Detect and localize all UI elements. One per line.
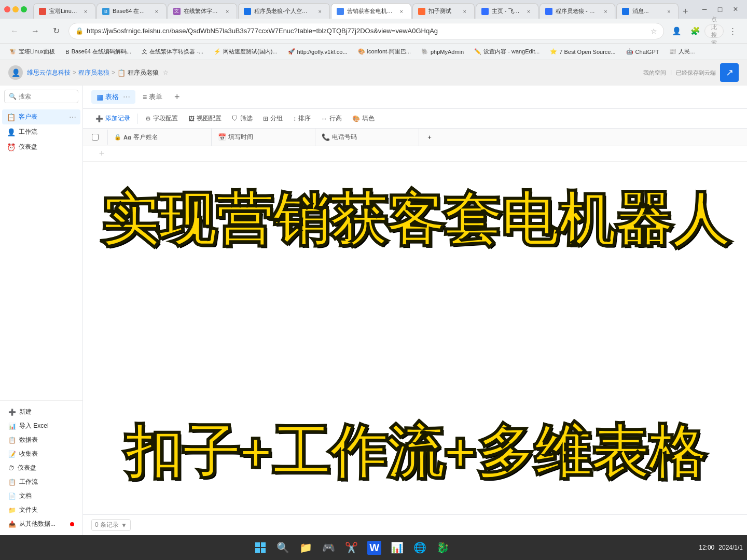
taskbar-search-button[interactable]: 🔍 [273,537,294,558]
sidebar-item-customers[interactable]: 📋 客户表 ⋯ [2,109,80,124]
taskbar-browser-button[interactable]: 🌐 [410,537,431,558]
new-tab-button[interactable]: + [680,4,691,19]
bookmark-6[interactable]: 🐘 phpMyAdmin [417,47,468,56]
tab-7-close[interactable]: × [524,7,533,16]
bookmark-3[interactable]: ⚡ 网站速度测试(国内)... [210,47,282,57]
tab-8-favicon [545,8,552,15]
refresh-button[interactable]: ↻ [48,23,64,39]
bookmark-10[interactable]: 📰 人民... [665,47,699,57]
breadcrumb-star[interactable]: ☆ [163,69,169,76]
add-record-button[interactable]: ➕ 添加记录 [91,112,134,125]
sidebar-new-item[interactable]: ➕ 新建 [4,405,78,419]
tab-7[interactable]: 主页 - 飞书云文档 × [476,3,538,19]
sidebar-import-other[interactable]: 📥 从其他数据... [4,517,78,531]
search-button[interactable]: 点此搜索 [706,23,722,39]
tab-4-title: 程序员老狼-个人空间·程序员老... [254,7,313,15]
tab-4-close[interactable]: × [316,7,324,16]
share-button[interactable]: ↗ [720,63,739,82]
tab-3-favicon: 文 [173,8,181,15]
tab-4[interactable]: 程序员老狼-个人空间·程序员老... × [238,3,330,19]
windows-start-button[interactable] [250,537,271,558]
taskbar-chart-button[interactable]: 📊 [387,537,408,558]
tab-5-close[interactable]: × [397,7,406,16]
forward-button[interactable]: → [27,23,44,39]
header-checkbox[interactable] [83,130,108,145]
row-height-button[interactable]: ↔ 行高 [317,112,346,125]
tab-2[interactable]: B Base64 在线编码解... × [96,3,167,19]
tab-5[interactable]: 营销获客套电机器人 - 搜索 × [331,3,411,19]
tab-6-close[interactable]: × [461,7,469,16]
bookmark-2[interactable]: 文 在线繁体字转换器 -... [137,47,208,57]
sidebar-folder[interactable]: 📁 文件夹 [4,503,78,517]
window-close[interactable]: × [728,2,743,17]
window-minimize[interactable]: − [697,2,712,17]
tab-8[interactable]: 程序员老狼 - 飞书云文档 × [540,3,616,19]
bookmark-1[interactable]: B Base64 在线编码解码... [61,47,135,57]
breadcrumb-item-1[interactable]: 程序员老狼 [78,68,109,77]
profile-button[interactable]: 👤 [668,23,685,39]
bookmark-0[interactable]: 🐮 宝塔Linux面板 [5,47,59,57]
sidebar-import-excel[interactable]: 📊 导入 Excel [4,419,78,433]
customers-more-icon[interactable]: ⋯ [69,113,76,121]
tab-grid-view[interactable]: ▦ 表格 ⋯ [91,90,135,104]
bookmark-1-label: Base64 在线编码解码... [72,48,132,55]
sidebar-item-dashboard[interactable]: ⏰ 仪表盘 [2,139,80,155]
field-config-button[interactable]: ⚙ 字段配置 [141,112,182,125]
more-button[interactable]: ⋮ [724,23,741,39]
tab-1[interactable]: 宝塔Linux面板 × [33,3,95,19]
select-all-checkbox[interactable] [92,134,99,141]
col-header-time: 📅 填写时间 [212,129,315,146]
view-tabs: ▦ 表格 ⋯ ≡ 表单 + [83,86,747,109]
grid-tab-dots[interactable]: ⋯ [123,93,130,101]
tab-9-close[interactable]: × [665,7,673,16]
bookmark-4[interactable]: 🚀 http://gofly.v1kf.co... [284,47,352,56]
taskbar-cut-button[interactable]: ✂️ [341,537,362,558]
tab-9[interactable]: 消息... × [616,3,679,19]
add-record-icon: ➕ [95,115,103,122]
tab-form-view[interactable]: ≡ 表单 [137,90,168,104]
content-area: ▦ 表格 ⋯ ≡ 表单 + ➕ 添加记录 ⚙ 字段配置 [83,86,747,535]
bookmark-5[interactable]: 🎨 iconfont-阿里巴... [354,47,415,57]
add-view-button[interactable]: + [170,90,184,104]
sidebar-docs[interactable]: 📄 文档 [4,489,78,503]
search-box[interactable]: 🔍 « [4,90,78,103]
fill-button[interactable]: 🎨 填色 [348,112,379,125]
window-maximize[interactable]: □ [713,2,727,17]
breadcrumb-item-0[interactable]: 维思云信息科技 [27,68,71,77]
star-icon[interactable]: ☆ [651,27,657,35]
bookmark-3-icon: ⚡ [214,48,221,55]
url-bar[interactable]: 🔒 https://jw5osfrnigc.feishu.cn/base/Qsd… [68,23,664,39]
search-input[interactable] [19,93,83,100]
tab-3[interactable]: 文 在线繁体字转换器 -... × [168,3,237,19]
tab-8-close[interactable]: × [601,7,610,16]
avatar[interactable]: 👤 [8,65,23,80]
overlay-text-1: 实现营销获客套电机器人 [101,188,729,250]
taskbar-files-button[interactable]: 📁 [296,537,316,558]
group-button[interactable]: ⊞ 分组 [259,112,287,125]
sidebar-workflow-bottom[interactable]: 📋 工作流 [4,475,78,489]
taskbar-word-button[interactable]: W [364,537,385,558]
view-config-button[interactable]: 🖼 视图配置 [184,112,226,125]
bookmark-9[interactable]: 🤖 ChatGPT [622,47,663,56]
tab-6[interactable]: 扣子测试 × [412,3,475,19]
extensions-button[interactable]: 🧩 [687,23,703,39]
tab-1-close[interactable]: × [81,7,90,16]
taskbar-app-button[interactable]: 🐉 [433,537,453,558]
bookmark-7[interactable]: ✏️ 设置内容 - wangEdit... [470,47,544,57]
sidebar-datatable[interactable]: 📋 数据表 [4,433,78,447]
sidebar-form[interactable]: 📝 收集表 [4,447,78,461]
filter-button[interactable]: ⛉ 筛选 [228,112,257,125]
add-column-button[interactable]: + [419,133,440,141]
tab-2-close[interactable]: × [153,7,161,16]
sort-button[interactable]: ↕ 排序 [289,112,315,125]
add-row-icon-area: + [91,148,112,159]
record-count-dropdown[interactable]: 0 条记录 ▼ [91,519,131,531]
back-button[interactable]: ← [6,23,23,39]
tab-3-close[interactable]: × [223,7,231,16]
add-row-plus-icon[interactable]: + [99,148,105,159]
sidebar-dashboard[interactable]: ⏱ 仪表盘 [4,461,78,475]
add-row-area[interactable]: + [83,146,747,162]
bookmark-8[interactable]: ⭐ 7 Best Open Source... [546,47,619,56]
taskbar-game-button[interactable]: 🎮 [319,537,339,558]
sidebar-item-workflow[interactable]: 👤 工作流 [2,124,80,139]
